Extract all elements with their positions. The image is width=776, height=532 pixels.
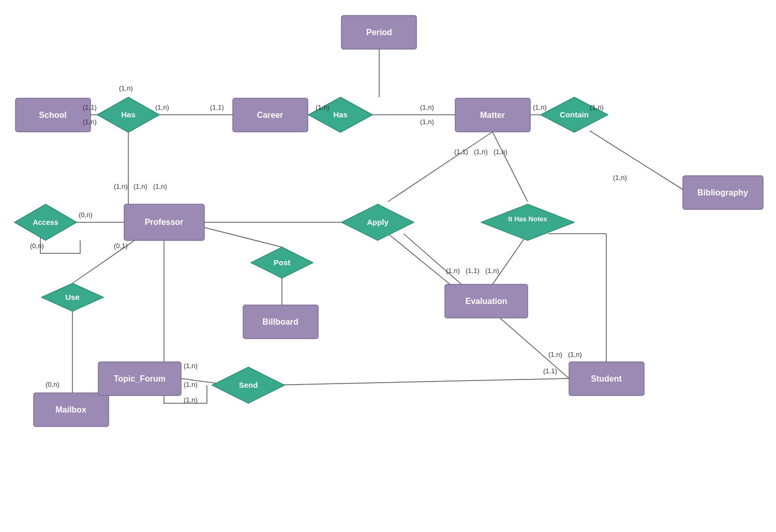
label-student-top-1: (1,n) (548, 351, 562, 358)
label-access-self-1: (0,n) (30, 242, 44, 250)
label-prof-top-2: (1,n) (133, 183, 147, 190)
label-prof-top-3: (1,n) (153, 183, 167, 190)
entity-matter-label: Matter (480, 111, 505, 119)
entity-career-label: Career (257, 111, 283, 119)
relationship-has1-label: Has (121, 110, 136, 119)
entity-billboard-label: Billboard (262, 317, 298, 326)
label-send-bottom: (1,n) (184, 396, 198, 404)
svg-line-10 (493, 132, 528, 202)
label-access-self-2: (0,1) (114, 242, 128, 250)
label-has2-matter-bot: (1,n) (420, 118, 434, 126)
label-matter-apply-1: (1,1) (454, 148, 468, 156)
svg-line-17 (204, 227, 282, 247)
er-diagram: School Career Matter Period Professor Ma… (0, 0, 776, 532)
label-eval-2: (1,1) (466, 267, 480, 275)
entity-evaluation-label: Evaluation (466, 297, 508, 306)
relationship-has2-label: Has (333, 110, 348, 119)
label-eval-3: (1,n) (485, 267, 499, 275)
relationship-apply-label: Apply (367, 218, 389, 226)
entity-topic-forum-label: Topic_Forum (114, 374, 166, 383)
label-topicforum-send-1: (1,n) (184, 362, 198, 370)
entity-school-label: School (39, 111, 66, 119)
label-career-has2: (1,n) (316, 103, 330, 111)
label-has1-top: (1,n) (119, 84, 133, 92)
entity-period-label: Period (366, 28, 392, 37)
svg-line-13 (590, 131, 688, 193)
svg-line-20 (269, 378, 569, 385)
label-prof-top-1: (1,n) (114, 183, 128, 190)
label-has1-career-top: (1,n) (155, 103, 169, 111)
label-has2-matter-top: (1,n) (420, 103, 434, 111)
label-matter-apply-3: (1,n) (494, 148, 508, 156)
entity-professor-label: Professor (145, 218, 184, 226)
label-send-student: (1,1) (543, 367, 557, 375)
label-school-has1-bot: (1,n) (83, 118, 97, 126)
label-matter-contain: (1,n) (533, 103, 547, 111)
label-contain-matter: (1,n) (590, 103, 604, 111)
label-matter-apply-2: (1,n) (474, 148, 488, 156)
entity-bibliography-label: Bibliography (697, 188, 748, 197)
label-school-has1-top: (1,1) (83, 103, 97, 111)
svg-line-9 (388, 132, 493, 202)
label-mailbox: (0,n) (46, 381, 59, 388)
relationship-send-label: Send (239, 381, 258, 389)
entity-mailbox-label: Mailbox (55, 405, 86, 414)
diagram-container: School Career Matter Period Professor Ma… (0, 0, 776, 532)
label-access-prof: (0,n) (79, 211, 93, 219)
label-student-top-2: (1,n) (568, 351, 582, 358)
relationship-use-label: Use (65, 293, 80, 301)
svg-line-12 (388, 234, 450, 284)
label-career-has1-bot: (1,1) (210, 103, 224, 111)
relationship-post-label: Post (274, 258, 291, 267)
relationship-access-label: Access (33, 218, 58, 226)
label-topicforum-send-2: (1,n) (184, 381, 198, 388)
label-contain-bib: (1,n) (613, 174, 627, 181)
relationship-contain-label: Contain (560, 110, 589, 119)
svg-line-11 (493, 234, 528, 284)
label-eval-1: (1,n) (446, 267, 460, 275)
entity-student-label: Student (591, 374, 622, 383)
relationship-ithasnotes-label: It Has Notes (508, 215, 547, 223)
